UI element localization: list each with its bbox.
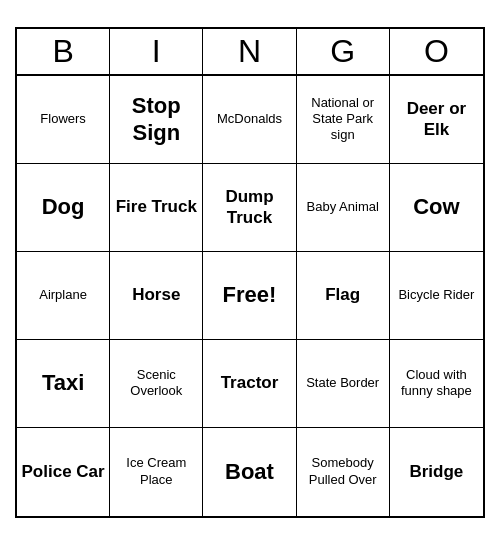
header-letter: O xyxy=(390,29,483,74)
bingo-cell[interactable]: Dump Truck xyxy=(203,164,296,252)
bingo-card: BINGO FlowersStop SignMcDonaldsNational … xyxy=(15,27,485,518)
bingo-cell[interactable]: Scenic Overlook xyxy=(110,340,203,428)
bingo-cell[interactable]: Bridge xyxy=(390,428,483,516)
bingo-cell[interactable]: Dog xyxy=(17,164,110,252)
bingo-cell[interactable]: Ice Cream Place xyxy=(110,428,203,516)
bingo-cell[interactable]: Cloud with funny shape xyxy=(390,340,483,428)
header-letter: B xyxy=(17,29,110,74)
header-letter: I xyxy=(110,29,203,74)
bingo-cell[interactable]: Tractor xyxy=(203,340,296,428)
header-letter: N xyxy=(203,29,296,74)
bingo-cell[interactable]: Stop Sign xyxy=(110,76,203,164)
bingo-header: BINGO xyxy=(17,29,483,76)
bingo-cell[interactable]: Somebody Pulled Over xyxy=(297,428,390,516)
bingo-cell[interactable]: Taxi xyxy=(17,340,110,428)
bingo-cell[interactable]: Deer or Elk xyxy=(390,76,483,164)
bingo-grid: FlowersStop SignMcDonaldsNational or Sta… xyxy=(17,76,483,516)
bingo-cell[interactable]: Bicycle Rider xyxy=(390,252,483,340)
bingo-cell[interactable]: Flowers xyxy=(17,76,110,164)
bingo-cell[interactable]: Baby Animal xyxy=(297,164,390,252)
bingo-cell[interactable]: Boat xyxy=(203,428,296,516)
bingo-cell[interactable]: Flag xyxy=(297,252,390,340)
bingo-cell[interactable]: Police Car xyxy=(17,428,110,516)
bingo-cell[interactable]: State Border xyxy=(297,340,390,428)
bingo-cell[interactable]: Free! xyxy=(203,252,296,340)
bingo-cell[interactable]: Fire Truck xyxy=(110,164,203,252)
bingo-cell[interactable]: Horse xyxy=(110,252,203,340)
bingo-cell[interactable]: National or State Park sign xyxy=(297,76,390,164)
bingo-cell[interactable]: Airplane xyxy=(17,252,110,340)
bingo-cell[interactable]: Cow xyxy=(390,164,483,252)
header-letter: G xyxy=(297,29,390,74)
bingo-cell[interactable]: McDonalds xyxy=(203,76,296,164)
